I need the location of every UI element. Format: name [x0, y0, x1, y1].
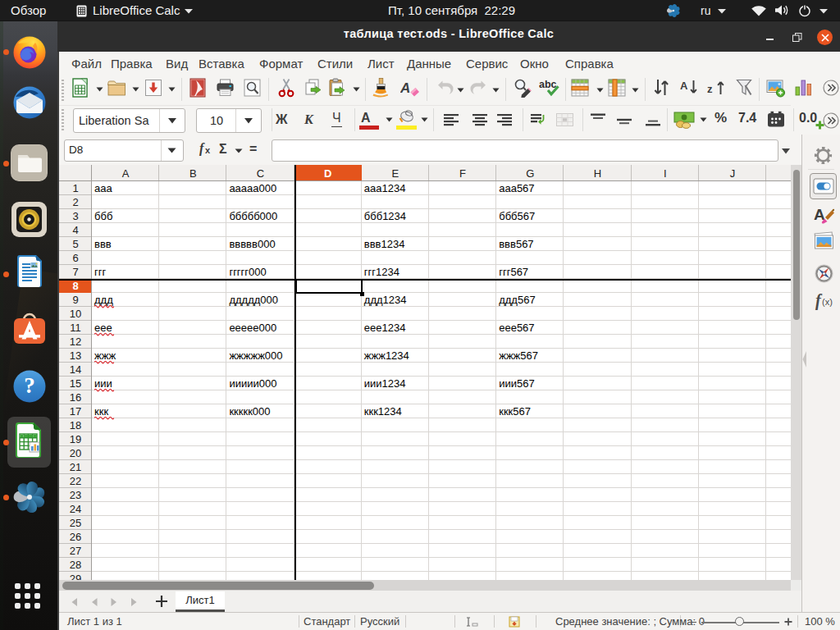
svg-text:?: ? — [24, 373, 35, 398]
svg-text:abc: abc — [539, 79, 557, 90]
svg-text:z: z — [707, 83, 713, 95]
svg-text:A: A — [680, 80, 688, 92]
svg-text:A: A — [400, 80, 410, 96]
